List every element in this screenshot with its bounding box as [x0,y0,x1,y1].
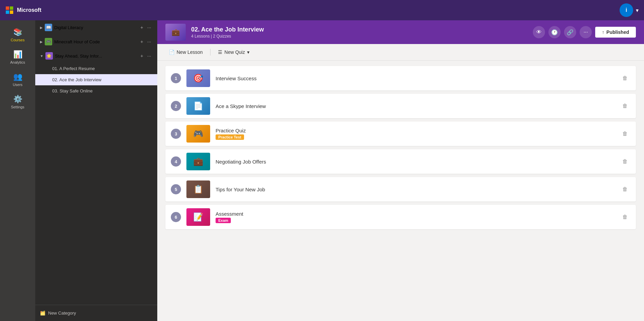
course-item-01[interactable]: 01. A Perfect Resume [35,63,157,74]
nav-label-settings: Settings [11,105,24,109]
lesson-info-4: Negotiating Job Offers [216,159,614,165]
analytics-icon: 📊 [13,50,22,59]
nav-sidebar: 📚 Courses 📊 Analytics 👥 Users ⚙️ Setting… [0,20,35,321]
chevron-icon: ▶ [40,26,43,29]
view-button[interactable]: 👁 [533,26,545,38]
svg-rect-3 [10,10,13,14]
lesson-number-5: 5 [171,184,181,194]
course-03-label: 03. Stay Safe Online [52,88,93,93]
tree-item-stay-ahead[interactable]: ▼ 🌟 Stay Ahead, Stay Infor... + ··· [35,49,157,63]
add-item-stay[interactable]: + [139,52,144,59]
course-meta: 4 Lessons | 2 Quizzes [191,34,527,39]
chevron-icon-mc: ▶ [40,40,43,44]
delete-lesson-1[interactable]: 🗑 [620,74,630,83]
lesson-card-1[interactable]: 1 🎯 Interview Success 🗑 [165,66,636,90]
tree-actions-digital: + ··· [139,24,153,31]
lesson-card-3[interactable]: 3 🎮 Practice Quiz Practice Test 🗑 [165,122,636,146]
lesson-name-2: Ace a Skype Interview [216,103,614,109]
lesson-card-6[interactable]: 6 📝 Assessment Exam 🗑 [165,205,636,229]
microsoft-logo-icon [5,6,14,14]
tree-actions-stay: + ··· [139,52,153,59]
delete-lesson-4[interactable]: 🗑 [620,157,630,166]
lesson-name-4: Negotiating Job Offers [216,159,614,165]
new-lesson-label: New Lesson [177,49,203,55]
new-quiz-icon: ☰ [218,49,222,55]
lesson-thumb-2: 📄 [186,97,210,115]
delete-lesson-5[interactable]: 🗑 [620,185,630,194]
new-quiz-button[interactable]: ☰ New Quiz ▾ [215,47,253,57]
course-tree-panel: ▶ 📖 Digital Literacy + ··· ▶ 🎮 Minecraft… [35,20,157,321]
lesson-thumb-4: 💼 [186,153,210,170]
published-icon: ↑ [602,29,604,35]
lesson-number-3: 3 [171,129,181,139]
lesson-card-4[interactable]: 4 💼 Negotiating Job Offers 🗑 [165,149,636,174]
lesson-card-2[interactable]: 2 📄 Ace a Skype Interview 🗑 [165,94,636,118]
lesson-badge-3: Practice Test [216,134,244,140]
tree-item-minecraft[interactable]: ▶ 🎮 Minecraft Hour of Code + ··· [35,35,157,49]
users-icon: 👥 [13,72,22,81]
lesson-thumb-5: 📋 [186,180,210,198]
chevron-icon-stay: ▼ [40,54,43,58]
course-info: 02. Ace the Job Interview 4 Lessons | 2 … [191,26,527,39]
more-options-digital[interactable]: ··· [146,24,153,31]
nav-item-courses[interactable]: 📚 Courses [0,24,35,46]
new-lesson-button[interactable]: 📄 New Lesson [165,47,206,57]
content-area: 💼 02. Ace the Job Interview 4 Lessons | … [157,20,644,321]
new-category-icon: 🗂️ [40,311,45,316]
lesson-number-1: 1 [171,73,181,83]
clock-button[interactable]: 🕐 [548,26,561,38]
nav-item-analytics[interactable]: 📊 Analytics [0,46,35,68]
lesson-info-2: Ace a Skype Interview [216,103,614,109]
new-category-container: 🗂️ New Category [35,305,157,321]
category-icon-minecraft: 🎮 [45,38,52,45]
add-item-minecraft[interactable]: + [139,38,144,45]
course-item-03[interactable]: 03. Stay Safe Online [35,85,157,97]
svg-rect-1 [10,6,13,10]
courses-icon: 📚 [13,28,22,37]
new-category-button[interactable]: 🗂️ New Category [40,311,153,316]
lesson-card-5[interactable]: 5 📋 Tips for Your New Job 🗑 [165,177,636,201]
nav-item-settings[interactable]: ⚙️ Settings [0,91,35,113]
nav-label-courses: Courses [11,38,25,42]
lesson-info-6: Assessment Exam [216,211,614,223]
brand-logo: Microsoft [5,6,41,14]
add-item-digital[interactable]: + [139,24,144,31]
user-dropdown-arrow[interactable]: ▾ [636,7,639,14]
lesson-name-5: Tips for Your New Job [216,187,614,192]
lesson-name-3: Practice Quiz [216,128,614,133]
lesson-info-1: Interview Success [216,76,614,81]
lesson-name-1: Interview Success [216,76,614,81]
toolbar-divider [210,49,210,56]
course-header: 💼 02. Ace the Job Interview 4 Lessons | … [157,20,644,44]
category-icon-digital: 📖 [45,24,52,31]
delete-lesson-2[interactable]: 🗑 [620,102,630,110]
published-label: Published [606,29,629,35]
more-options-stay[interactable]: ··· [146,52,153,59]
published-button[interactable]: ↑ Published [595,27,636,38]
delete-lesson-6[interactable]: 🗑 [620,213,630,221]
course-02-label: 02. Ace the Job Interview [52,77,101,82]
quiz-dropdown-icon: ▾ [247,49,249,55]
lesson-number-4: 4 [171,156,181,167]
tree-actions-minecraft: + ··· [139,38,153,45]
lesson-number-2: 2 [171,101,181,111]
user-avatar[interactable]: i [620,3,633,17]
lesson-info-3: Practice Quiz Practice Test [216,128,614,140]
tree-item-digital-literacy[interactable]: ▶ 📖 Digital Literacy + ··· [35,20,157,35]
more-options-button[interactable]: ··· [580,26,592,38]
course-title: 02. Ace the Job Interview [191,26,527,33]
svg-rect-0 [6,6,9,10]
content-toolbar: 📄 New Lesson ☰ New Quiz ▾ [157,44,644,61]
more-options-minecraft[interactable]: ··· [146,38,153,45]
course-item-02[interactable]: 02. Ace the Job Interview [35,74,157,85]
course-thumb-inner: 💼 [165,24,186,41]
share-button[interactable]: 🔗 [564,26,576,38]
lesson-thumb-3: 🎮 [186,125,210,143]
nav-item-users[interactable]: 👥 Users [0,68,35,91]
category-icon-stay: 🌟 [45,52,53,60]
delete-lesson-3[interactable]: 🗑 [620,129,630,138]
lesson-list: 1 🎯 Interview Success 🗑 2 📄 Ace a Skype … [157,61,644,321]
svg-rect-2 [6,10,9,14]
new-lesson-icon: 📄 [169,49,175,55]
new-quiz-label: New Quiz [224,49,245,55]
